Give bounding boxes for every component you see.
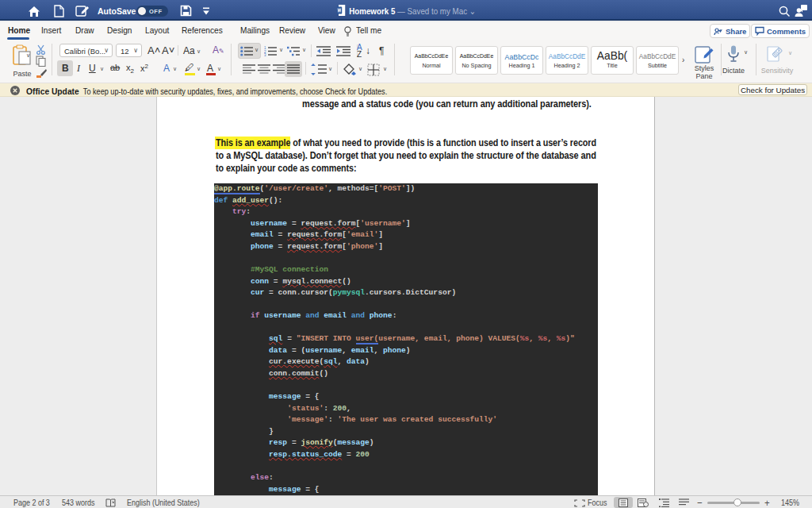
- svg-text:3: 3: [264, 53, 266, 56]
